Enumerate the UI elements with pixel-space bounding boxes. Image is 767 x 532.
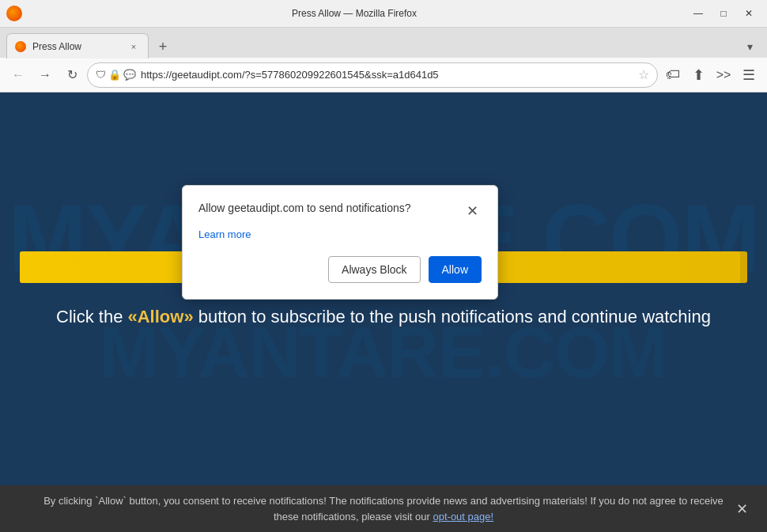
nav-right-icons: 🏷 ⬆ >> ☰	[661, 63, 761, 87]
tab-list-button[interactable]: ▾	[739, 36, 761, 58]
learn-more-link[interactable]: Learn more	[198, 228, 482, 240]
bottom-text-before: By clicking `Allow` button, you consent …	[43, 495, 724, 523]
popup-title: Allow geetaudipt.com to send notificatio…	[198, 202, 411, 214]
nav-bar: ← → ↻ 🛡 🔒 💬 https://geetaudipt.com/?s=57…	[0, 58, 767, 92]
menu-button[interactable]: ☰	[737, 63, 761, 87]
tab-close-button[interactable]: ×	[127, 40, 140, 53]
title-bar: Press Allow — Mozilla Firefox — □ ✕	[0, 0, 767, 28]
notification-popup: Allow geetaudipt.com to send notificatio…	[182, 185, 498, 300]
tab-title: Press Allow	[32, 41, 121, 52]
url-security-icons: 🛡 🔒 💬	[96, 69, 136, 81]
bottom-bar-text: By clicking `Allow` button, you consent …	[35, 493, 732, 524]
cta-after: button to subscribe to the push notifica…	[194, 307, 711, 326]
active-tab[interactable]: Press Allow ×	[6, 33, 149, 58]
title-bar-left	[6, 6, 22, 21]
url-text: https://geetaudipt.com/?s=57786020992260…	[141, 69, 633, 81]
bottom-bar-close-button[interactable]: ✕	[732, 500, 751, 519]
minimize-button[interactable]: —	[686, 5, 710, 22]
refresh-button[interactable]: ↻	[60, 63, 84, 87]
lock-icon: 🔒	[108, 69, 121, 81]
popup-buttons: Always Block Allow	[198, 256, 482, 283]
shield-icon: 🛡	[96, 69, 106, 81]
new-tab-button[interactable]: +	[152, 36, 174, 58]
bottom-bar: By clicking `Allow` button, you consent …	[0, 485, 767, 532]
cta-text: Click the «Allow» button to subscribe to…	[56, 307, 711, 327]
forward-button[interactable]: →	[33, 63, 57, 87]
close-window-button[interactable]: ✕	[737, 5, 761, 22]
window-controls: — □ ✕	[686, 5, 761, 22]
back-button[interactable]: ←	[6, 63, 30, 87]
maximize-button[interactable]: □	[712, 5, 735, 22]
browser-window: Press Allow — Mozilla Firefox — □ ✕ Pres…	[0, 0, 767, 532]
opt-out-link[interactable]: opt-out page!	[433, 511, 493, 523]
cta-before: Click the	[56, 307, 127, 326]
always-block-button[interactable]: Always Block	[328, 256, 420, 283]
bookmark-icon[interactable]: ☆	[638, 67, 649, 82]
extensions-button[interactable]: >>	[712, 63, 735, 87]
firefox-logo-icon	[6, 6, 22, 21]
watermark-bottom-text: MYANTARE.COM	[100, 317, 667, 388]
popup-close-button[interactable]: ✕	[463, 202, 482, 221]
tab-bar: Press Allow × + ▾	[0, 28, 767, 58]
share-button[interactable]: ⬆	[686, 63, 710, 87]
url-bar[interactable]: 🛡 🔒 💬 https://geetaudipt.com/?s=57786020…	[87, 62, 658, 88]
popup-header: Allow geetaudipt.com to send notificatio…	[198, 202, 482, 221]
tab-favicon-icon	[15, 41, 26, 52]
cta-highlight: «Allow»	[128, 307, 194, 326]
allow-button[interactable]: Allow	[429, 256, 482, 283]
window-title: Press Allow — Mozilla Firefox	[22, 8, 686, 19]
notification-icon: 💬	[123, 69, 136, 81]
pocket-button[interactable]: 🏷	[661, 63, 685, 87]
